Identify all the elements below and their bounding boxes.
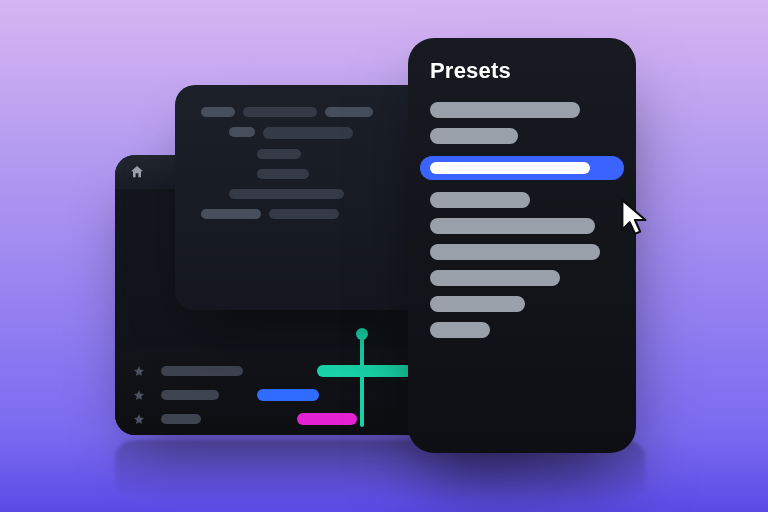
presets-title: Presets xyxy=(430,58,614,84)
code-token xyxy=(229,189,344,199)
preset-item-selected[interactable] xyxy=(420,156,624,180)
illustration-stage: Presets xyxy=(0,0,768,512)
star-icon xyxy=(133,389,147,401)
code-token xyxy=(229,127,255,137)
code-token xyxy=(269,209,339,219)
track-label xyxy=(161,414,201,424)
preset-item[interactable] xyxy=(430,128,518,144)
timeline-clip[interactable] xyxy=(297,413,357,425)
star-icon xyxy=(133,413,147,425)
preset-item[interactable] xyxy=(430,296,525,312)
preset-item-label xyxy=(430,162,590,174)
code-token xyxy=(257,149,301,159)
playhead[interactable] xyxy=(360,334,364,427)
code-token xyxy=(243,107,317,117)
preset-item[interactable] xyxy=(430,192,530,208)
code-token xyxy=(257,169,309,179)
track-label xyxy=(161,390,219,400)
preset-list xyxy=(430,102,614,338)
code-token xyxy=(325,107,373,117)
code-token xyxy=(201,209,261,219)
code-token xyxy=(263,127,353,139)
timeline-clip[interactable] xyxy=(257,389,319,401)
preset-item[interactable] xyxy=(430,322,490,338)
home-icon[interactable] xyxy=(129,164,145,180)
preset-item[interactable] xyxy=(430,218,595,234)
preset-item[interactable] xyxy=(430,102,580,118)
star-icon xyxy=(133,365,147,377)
track-label xyxy=(161,366,243,376)
preset-item[interactable] xyxy=(430,270,560,286)
preset-item[interactable] xyxy=(430,244,600,260)
timeline-clip[interactable] xyxy=(317,365,413,377)
code-token xyxy=(201,107,235,117)
presets-panel: Presets xyxy=(408,38,636,453)
